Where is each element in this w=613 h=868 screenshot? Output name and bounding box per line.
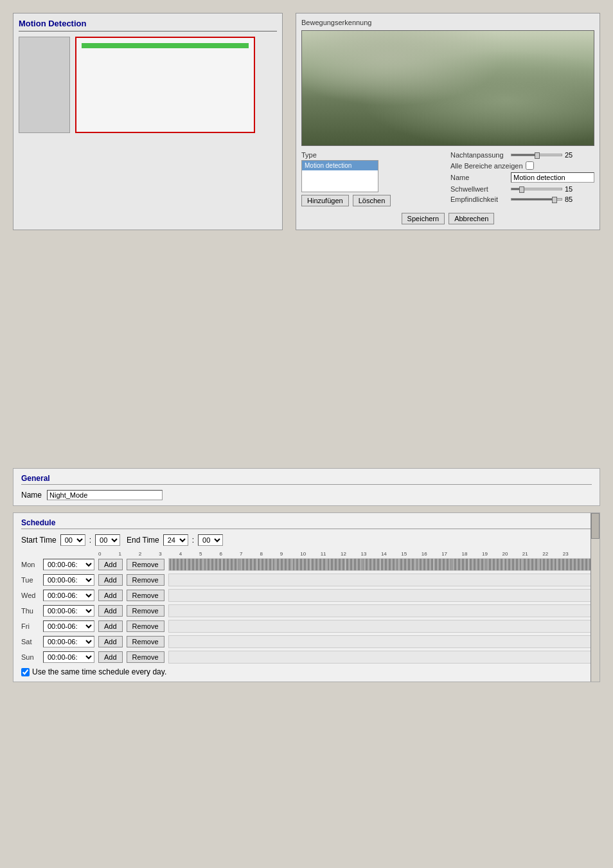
tg-mon-10 bbox=[345, 559, 362, 570]
controls-left: Type Motion detection Hinzufügen Löschen bbox=[301, 151, 438, 206]
nachtanpassung-slider-container: 25 bbox=[511, 151, 578, 159]
same-schedule-checkbox[interactable] bbox=[21, 668, 30, 676]
action-buttons: Hinzufügen Löschen bbox=[301, 195, 438, 206]
start-min-select[interactable]: 00153045 bbox=[95, 534, 120, 546]
time-range-fri[interactable]: 00:00-06: bbox=[43, 620, 94, 632]
add-button-tue[interactable]: Add bbox=[98, 574, 123, 586]
add-button-fri[interactable]: Add bbox=[98, 620, 123, 632]
remove-button-sat[interactable]: Remove bbox=[127, 636, 164, 647]
tg-mon-8 bbox=[310, 559, 327, 570]
time-range-thu[interactable]: 00:00-06: bbox=[43, 605, 94, 617]
same-schedule-label: Use the same time schedule every day. bbox=[32, 667, 166, 676]
hours-label-row: 0 1 2 3 4 5 6 7 8 9 10 11 12 13 14 15 16… bbox=[98, 551, 592, 557]
tg-mon-6 bbox=[274, 559, 292, 570]
day-label-sun: Sun bbox=[21, 653, 39, 661]
zone-item[interactable]: Motion detection bbox=[302, 161, 378, 170]
schwellwert-slider[interactable] bbox=[511, 188, 562, 190]
schedule-title: Schedule bbox=[21, 518, 592, 529]
preview-bar bbox=[82, 43, 249, 48]
h7: 7 bbox=[240, 551, 260, 557]
empfindlichkeit-slider[interactable] bbox=[511, 198, 562, 201]
day-label-fri: Fri bbox=[21, 622, 39, 630]
controls-row: Type Motion detection Hinzufügen Löschen… bbox=[301, 151, 594, 206]
tg-mon-5 bbox=[257, 559, 274, 570]
timeline-wed bbox=[168, 589, 592, 602]
tg-mon-11 bbox=[362, 559, 380, 570]
empfindlichkeit-thumb[interactable] bbox=[552, 197, 557, 203]
empfindlichkeit-value: 85 bbox=[565, 195, 578, 203]
alle-bereiche-checkbox[interactable] bbox=[526, 161, 534, 170]
end-min-select[interactable]: 00153045 bbox=[198, 534, 223, 546]
h4: 4 bbox=[179, 551, 199, 557]
controls-right: Nachtanpassung 25 Alle Bereiche anzeigen bbox=[450, 151, 594, 206]
abbrechen-button[interactable]: Abbrechen bbox=[449, 213, 494, 224]
day-label-sat: Sat bbox=[21, 638, 39, 646]
motion-preview-image bbox=[75, 37, 255, 133]
middle-spacer bbox=[13, 243, 600, 468]
h11: 11 bbox=[321, 551, 341, 557]
tg-mon-14 bbox=[416, 559, 433, 570]
motion-preview-area bbox=[19, 37, 277, 133]
general-name-input[interactable]: Night_Mode bbox=[47, 490, 163, 500]
end-time-label: End Time bbox=[127, 536, 159, 545]
h10: 10 bbox=[300, 551, 320, 557]
h9: 9 bbox=[280, 551, 300, 557]
colon2: : bbox=[192, 536, 194, 545]
add-button-mon[interactable]: Add bbox=[98, 559, 123, 570]
time-range-tue[interactable]: 00:00-06: bbox=[43, 574, 94, 586]
end-hour-select[interactable]: 00010203 04050607 08091011 12131415 1617… bbox=[163, 534, 188, 546]
name-row: Name Motion detection bbox=[450, 172, 594, 183]
scrollbar[interactable] bbox=[591, 513, 600, 682]
time-range-mon[interactable]: 00:00-06: bbox=[43, 559, 94, 570]
h2: 2 bbox=[139, 551, 159, 557]
remove-button-wed[interactable]: Remove bbox=[127, 590, 164, 601]
h3: 3 bbox=[159, 551, 179, 557]
remove-button-mon[interactable]: Remove bbox=[127, 559, 164, 570]
timeline-mon bbox=[168, 558, 592, 571]
empfindlichkeit-fill bbox=[511, 199, 554, 200]
h23: 23 bbox=[563, 551, 583, 557]
h19: 19 bbox=[482, 551, 502, 557]
time-range-sun[interactable]: 00:00-06: bbox=[43, 651, 94, 663]
h8: 8 bbox=[260, 551, 280, 557]
empfindlichkeit-row: Empfindlichkeit 85 bbox=[450, 195, 594, 203]
schedule-header: Start Time 00010203 04050607 08091011 12… bbox=[21, 534, 592, 546]
add-button-sat[interactable]: Add bbox=[98, 636, 123, 647]
tg-mon-4 bbox=[239, 559, 256, 570]
time-range-sat[interactable]: 00:00-06: bbox=[43, 636, 94, 647]
schwellwert-thumb[interactable] bbox=[519, 186, 524, 193]
timeline-thu bbox=[168, 604, 592, 617]
nachtanpassung-slider[interactable] bbox=[511, 154, 562, 156]
schedule-section: Schedule Start Time 00010203 04050607 08… bbox=[13, 512, 600, 682]
nachtanpassung-thumb[interactable] bbox=[535, 152, 540, 159]
tg-mon-16 bbox=[451, 559, 468, 570]
remove-button-tue[interactable]: Remove bbox=[127, 574, 164, 586]
day-row-sat: Sat 00:00-06: Add Remove bbox=[21, 635, 592, 648]
remove-button-thu[interactable]: Remove bbox=[127, 605, 164, 617]
speichern-button[interactable]: Speichern bbox=[402, 213, 445, 224]
remove-button-sun[interactable]: Remove bbox=[127, 651, 164, 663]
alle-bereiche-label: Alle Bereiche anzeigen bbox=[450, 162, 523, 170]
loeschen-button[interactable]: Löschen bbox=[353, 195, 391, 206]
alle-bereiche-row: Alle Bereiche anzeigen bbox=[450, 161, 594, 170]
day-row-fri: Fri 00:00-06: Add Remove bbox=[21, 620, 592, 633]
add-button-wed[interactable]: Add bbox=[98, 590, 123, 601]
start-hour-select[interactable]: 00010203 04050607 08091011 12131415 1617… bbox=[60, 534, 85, 546]
add-button-thu[interactable]: Add bbox=[98, 605, 123, 617]
h6: 6 bbox=[220, 551, 240, 557]
tg-mon-18 bbox=[486, 559, 503, 570]
general-row: Name Night_Mode bbox=[21, 490, 592, 500]
add-button-sun[interactable]: Add bbox=[98, 651, 123, 663]
remove-button-fri[interactable]: Remove bbox=[127, 620, 164, 632]
h22: 22 bbox=[542, 551, 562, 557]
scrollbar-thumb[interactable] bbox=[591, 513, 600, 539]
day-row-mon: Mon 00:00-06: Add Remove bbox=[21, 558, 592, 571]
h18: 18 bbox=[462, 551, 482, 557]
tg-mon-20 bbox=[521, 559, 538, 570]
name-input-bewegung[interactable]: Motion detection bbox=[511, 172, 594, 183]
tg-mon-19 bbox=[504, 559, 521, 570]
time-range-wed[interactable]: 00:00-06: bbox=[43, 590, 94, 601]
schwellwert-value: 15 bbox=[565, 185, 578, 193]
day-label-mon: Mon bbox=[21, 561, 39, 568]
hinzufuegen-button[interactable]: Hinzufügen bbox=[301, 195, 349, 206]
